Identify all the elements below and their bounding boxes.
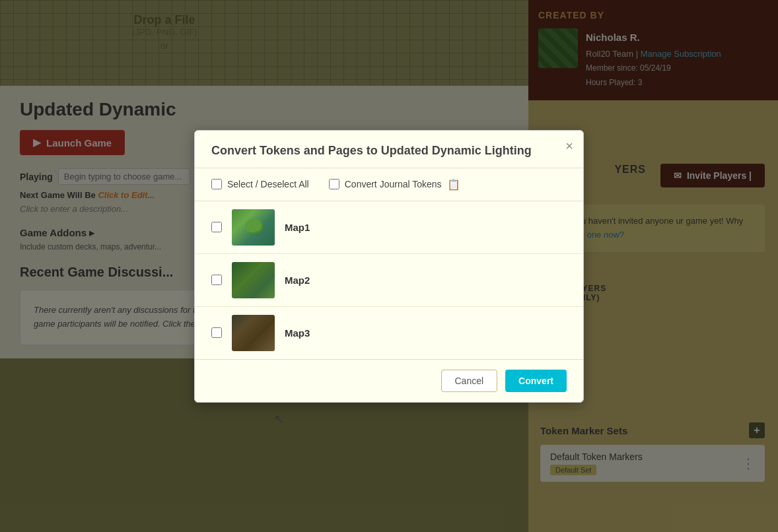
convert-journal-text: Convert Journal Tokens xyxy=(345,179,442,189)
journal-icon: 📋 xyxy=(447,178,460,191)
table-row: Map3 xyxy=(195,307,583,359)
select-all-text: Select / Deselect All xyxy=(227,179,309,189)
modal-header: Convert Tokens and Pages to Updated Dyna… xyxy=(195,131,583,168)
map3-thumbnail xyxy=(232,315,275,351)
cancel-button[interactable]: Cancel xyxy=(441,370,498,392)
map2-name: Map2 xyxy=(285,275,310,286)
convert-journal-checkbox[interactable] xyxy=(329,179,339,189)
map2-thumbnail xyxy=(232,262,275,298)
modal-controls: Select / Deselect All Convert Journal To… xyxy=(195,168,583,201)
map3-name: Map3 xyxy=(285,327,310,339)
convert-button[interactable]: Convert xyxy=(505,370,567,392)
modal-overlay: Convert Tokens and Pages to Updated Dyna… xyxy=(0,0,778,532)
map1-checkbox[interactable] xyxy=(211,222,222,232)
map1-name: Map1 xyxy=(285,222,310,233)
table-row: Map2 xyxy=(195,254,583,307)
modal-close-button[interactable]: × xyxy=(565,139,573,154)
modal-dialog: Convert Tokens and Pages to Updated Dyna… xyxy=(194,130,584,403)
modal-body: Map1 Map2 Map3 xyxy=(195,201,583,359)
table-row: Map1 xyxy=(195,201,583,254)
modal-footer: Cancel Convert xyxy=(195,359,583,402)
select-all-label[interactable]: Select / Deselect All xyxy=(211,179,309,189)
map3-checkbox[interactable] xyxy=(211,327,222,338)
map2-checkbox[interactable] xyxy=(211,275,222,285)
select-all-checkbox[interactable] xyxy=(211,179,222,189)
modal-title: Convert Tokens and Pages to Updated Dyna… xyxy=(211,144,567,158)
convert-journal-label[interactable]: Convert Journal Tokens 📋 xyxy=(329,178,460,191)
map1-thumbnail xyxy=(232,209,275,246)
